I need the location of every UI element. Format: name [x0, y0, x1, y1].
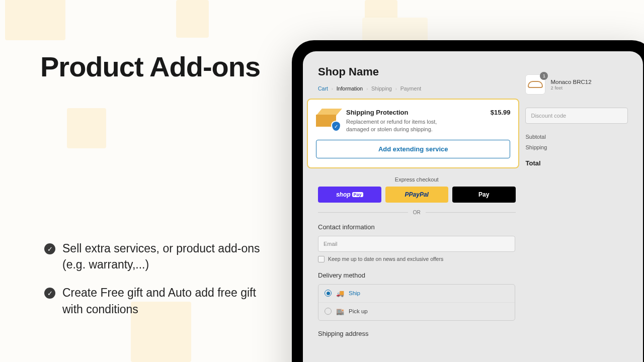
breadcrumb-payment: Payment [400, 85, 421, 92]
quantity-badge: 1 [540, 72, 548, 80]
chevron-right-icon: › [395, 86, 397, 92]
store-icon: 🏬 [336, 308, 344, 315]
tablet-mockup: Shop Name Cart › Information › Shipping … [292, 40, 644, 362]
feature-list: ✓ Sell extra services, or product add-on… [44, 240, 261, 329]
truck-icon: 🚚 [336, 290, 344, 297]
feature-item: ✓ Sell extra services, or product add-on… [44, 240, 261, 273]
total-label: Total [525, 159, 540, 167]
shipping-protection-icon: ✓ [316, 109, 339, 130]
feature-item: ✓ Create Free gift and Auto add free gif… [44, 285, 261, 317]
shop-pay-button[interactable]: shopPay [318, 187, 381, 203]
check-icon: ✓ [44, 243, 55, 254]
shipping-address-heading: Shipping address [318, 330, 515, 337]
product-thumbnail: 1 [525, 74, 545, 95]
newsletter-label: Keep me up to date on news and exclusive… [328, 256, 443, 262]
addon-title: Shipping Protection [346, 109, 484, 116]
feature-text: Sell extra services, or product add-ons … [62, 240, 261, 273]
apple-pay-button[interactable]: Pay [452, 187, 516, 203]
subtotal-label: Subtotal [525, 134, 545, 140]
breadcrumb-information: Information [337, 85, 363, 92]
cart-item: 1 Monaco BRC12 2 feet [525, 74, 628, 95]
page-title: Product Add-ons [40, 50, 272, 83]
delivery-option-pickup[interactable]: 🏬 Pick up [318, 302, 515, 320]
shipping-label: Shipping [525, 144, 547, 150]
or-divider: OR [318, 210, 515, 215]
checkout-screen: Shop Name Cart › Information › Shipping … [303, 51, 643, 362]
delivery-option-ship[interactable]: 🚚 Ship [318, 285, 515, 302]
addon-card: ✓ Shipping Protection Replacement or ref… [307, 99, 519, 168]
radio-unselected [325, 308, 332, 315]
product-variant: 2 feet [550, 85, 591, 90]
breadcrumb: Cart › Information › Shipping › Payment [318, 85, 515, 92]
express-checkout-label: Express checkout [318, 176, 515, 183]
delivery-heading: Delivery method [318, 272, 515, 279]
add-service-button[interactable]: Add extending service [316, 140, 510, 158]
chevron-right-icon: › [332, 86, 333, 92]
chevron-right-icon: › [366, 86, 368, 92]
order-summary: 1 Monaco BRC12 2 feet Discount code Subt… [525, 65, 628, 362]
contact-heading: Contact information [318, 223, 515, 231]
feature-text: Create Free gift and Auto add free gift … [62, 285, 261, 317]
shield-icon: ✓ [331, 121, 341, 132]
addon-description: Replacement or refund for items lost, da… [346, 118, 457, 134]
check-icon: ✓ [44, 288, 55, 299]
paypal-button[interactable]: P PayPal [385, 187, 449, 203]
addon-price: $15.99 [491, 109, 511, 116]
radio-selected [325, 290, 332, 297]
discount-input[interactable]: Discount code [525, 108, 628, 124]
newsletter-checkbox[interactable] [318, 256, 325, 262]
shop-name: Shop Name [318, 65, 515, 78]
breadcrumb-cart[interactable]: Cart [318, 85, 328, 92]
breadcrumb-shipping: Shipping [371, 85, 392, 92]
email-field[interactable]: Email [318, 236, 515, 252]
product-name: Monaco BRC12 [550, 79, 591, 85]
